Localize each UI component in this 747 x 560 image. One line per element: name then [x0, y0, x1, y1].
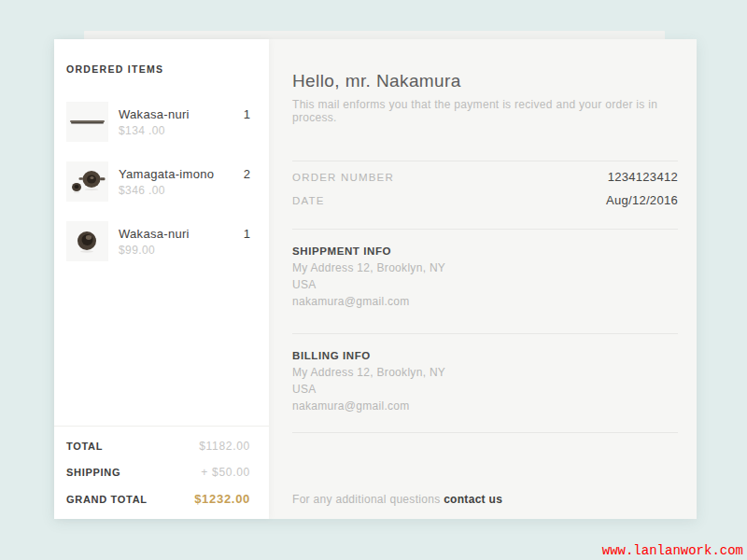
divider [292, 432, 678, 433]
teapot-icon [66, 161, 108, 202]
bowl-icon [66, 221, 108, 261]
order-date-row: DATE Aug/12/2016 [292, 193, 678, 217]
footer-text: For any additional questions [292, 493, 441, 506]
billing-info-section: BILLING INFO My Address 12, Brooklyn, NY… [292, 334, 678, 413]
product-name: Wakasa-nuri [119, 227, 244, 241]
intro-text: This mail enforms you that the payment i… [292, 98, 678, 124]
shipment-address-line: My Address 12, Brooklyn, NY [292, 261, 678, 275]
footer-note: For any additional questions contact us [292, 493, 502, 506]
product-quantity: 1 [244, 227, 250, 261]
ordered-items-panel: ORDERED ITEMS Wakasa-nuri $134 .00 [54, 39, 269, 519]
product-thumbnail [66, 161, 108, 202]
total-row: TOTAL $1182.00 [66, 440, 250, 453]
order-item-row: Wakasa-nuri $134 .00 1 [66, 102, 250, 142]
shipment-country-line: USA [292, 278, 678, 292]
greeting-heading: Hello, mr. Nakamura [292, 71, 678, 91]
shipping-row: SHIPPING + $50.00 [66, 466, 250, 479]
shipping-label: SHIPPING [66, 467, 120, 478]
order-date-label: DATE [292, 195, 325, 206]
order-meta-section: ORDER NUMBER 1234123412 DATE Aug/12/2016 [292, 161, 678, 217]
total-label: TOTAL [66, 441, 103, 452]
product-price: $99.00 [119, 244, 244, 257]
product-thumbnail [66, 102, 108, 142]
chopsticks-icon [66, 102, 108, 142]
order-items-list: Wakasa-nuri $134 .00 1 [66, 102, 250, 261]
order-number-label: ORDER NUMBER [292, 172, 394, 183]
product-price: $134 .00 [119, 124, 244, 137]
totals-section: TOTAL $1182.00 SHIPPING + $50.00 GRAND T… [54, 426, 269, 519]
billing-address-line: My Address 12, Brooklyn, NY [292, 366, 678, 380]
product-quantity: 1 [244, 107, 250, 142]
order-number-row: ORDER NUMBER 1234123412 [292, 170, 678, 193]
shipping-value: + $50.00 [201, 466, 250, 479]
grand-total-label: GRAND TOTAL [66, 494, 148, 505]
contact-us-link[interactable]: contact us [444, 493, 502, 506]
order-details-panel: Hello, mr. Nakamura This mail enforms yo… [269, 39, 697, 519]
billing-info-heading: BILLING INFO [292, 350, 678, 361]
billing-email-line: nakamura@gmail.com [292, 399, 678, 413]
shipment-info-section: SHIPPMENT INFO My Address 12, Brooklyn, … [292, 230, 678, 309]
product-thumbnail [66, 221, 108, 261]
email-canvas: ORDERED ITEMS Wakasa-nuri $134 .00 [0, 0, 747, 560]
product-name: Wakasa-nuri [119, 107, 244, 121]
grand-total-row: GRAND TOTAL $1232.00 [66, 492, 250, 506]
order-item-row: Wakasa-nuri $99.00 1 [66, 221, 250, 261]
order-date-value: Aug/12/2016 [606, 193, 678, 207]
grand-total-value: $1232.00 [194, 492, 250, 506]
product-quantity: 2 [244, 167, 250, 202]
order-item-row: Yamagata-imono $346 .00 2 [66, 161, 250, 202]
order-confirmation-card: ORDERED ITEMS Wakasa-nuri $134 .00 [54, 39, 697, 519]
billing-country-line: USA [292, 383, 678, 397]
order-number-value: 1234123412 [608, 170, 678, 184]
product-name: Yamagata-imono [119, 167, 244, 181]
ordered-items-heading: ORDERED ITEMS [66, 63, 250, 75]
total-value: $1182.00 [199, 440, 250, 453]
watermark-text: www.lanlanwork.com [602, 543, 743, 558]
shipment-info-heading: SHIPPMENT INFO [292, 245, 678, 257]
product-price: $346 .00 [119, 184, 244, 197]
shipment-email-line: nakamura@gmail.com [292, 295, 678, 309]
